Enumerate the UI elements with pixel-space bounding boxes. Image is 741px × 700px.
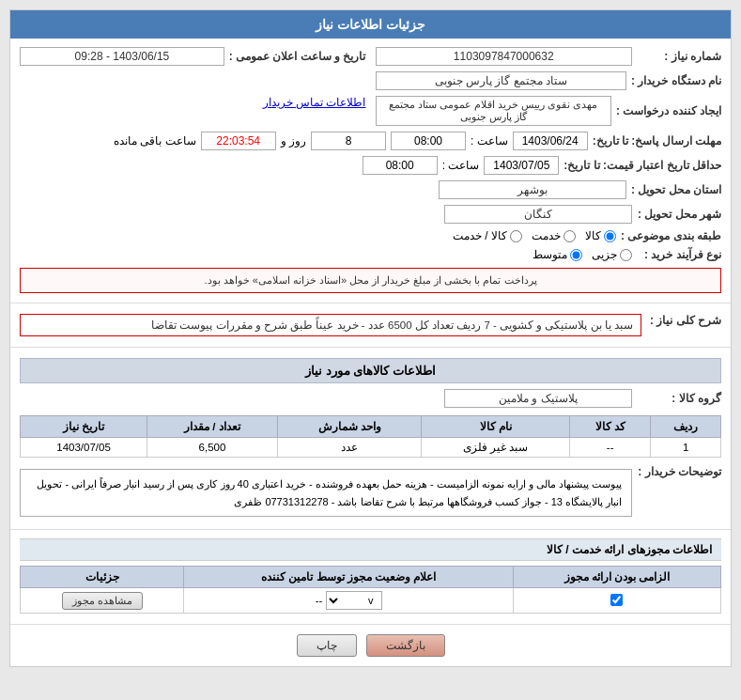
- mojez-table: الزامی بودن ارائه مجوز اعلام وضعیت مجوز …: [20, 566, 721, 614]
- main-container: جزئیات اطلاعات نیاز شماره نیاز : 1103097…: [9, 9, 732, 667]
- table-row: v -- مشاهده مجوز: [21, 588, 721, 614]
- nam-dastgah-row: نام دستگاه خریدار : ستاد مجتمع گاز پارس …: [376, 69, 722, 93]
- info-col-left: تاریخ و ساعت اعلان عمومی : 1403/06/15 - …: [20, 44, 366, 129]
- kala-section-title: اطلاعات کالاهای مورد نیاز: [20, 358, 721, 383]
- mohlet-roz-label: روز و: [281, 134, 306, 148]
- mojez-section: اطلاعات مجوزهای ارائه خدمت / کالا الزامی…: [10, 530, 731, 625]
- nam-dastgah-label: نام دستگاه خریدار :: [631, 74, 721, 87]
- shomara-value: 1103097847000632: [376, 47, 633, 66]
- tarikh-elan-label: تاریخ و ساعت اعلان عمومی :: [229, 50, 366, 63]
- mojez-col-details: جزئیات: [21, 567, 184, 588]
- serh-koli-label: شرح کلی نیاز :: [646, 314, 721, 327]
- shahr-value: کنگان: [444, 205, 632, 224]
- hadaghal-label: حداقل تاریخ اعتبار قیمت: تا تاریخ:: [563, 159, 721, 172]
- mojez-subtitle: اطلاعات مجوزهای ارائه خدمت / کالا: [20, 538, 721, 561]
- ijad-konande-value: مهدی نقوی رییس خرید اقلام عمومی ستاد مجت…: [376, 96, 612, 126]
- page-title: جزئیات اطلاعات نیاز: [10, 10, 731, 39]
- mohlet-saat: 08:00: [391, 132, 466, 150]
- basic-info-section: شماره نیاز : 1103097847000632 نام دستگاه…: [10, 39, 731, 303]
- tabaghe-option-khedmat: خدمت: [532, 229, 576, 242]
- noie-radio-motavaset[interactable]: [570, 249, 582, 261]
- noie-radio-jozii[interactable]: [620, 249, 632, 261]
- hadaghal-date: 1403/07/05: [484, 156, 559, 175]
- tabaghe-kala-khedmat-label: کالا / خدمت: [453, 229, 507, 242]
- tabaghe-radio-group: کالا خدمت کالا / خدمت: [453, 229, 616, 242]
- cell-tedad: 6,500: [147, 438, 278, 458]
- notes-row: توضیحات خریدار : پیوست پیشنهاد مالی و ار…: [20, 462, 721, 523]
- tarikh-elan-row: تاریخ و ساعت اعلان عمومی : 1403/06/15 - …: [20, 44, 366, 69]
- ijad-konande-link[interactable]: اطلاعات تماس خریدار: [263, 96, 366, 109]
- mojez-checkbox[interactable]: [610, 594, 623, 606]
- tarikh-elan-value: 1403/06/15 - 09:28: [20, 47, 224, 66]
- mojez-view-button[interactable]: مشاهده مجوز: [62, 592, 143, 610]
- shomara-row: شماره نیاز : 1103097847000632: [376, 44, 722, 69]
- mojez-details-cell: مشاهده مجوز: [21, 588, 184, 614]
- nam-dastgah-value: ستاد مجتمع گاز پارس جنوبی: [376, 71, 627, 90]
- noie-farayand-label: نوع فرآیند خرید :: [637, 248, 721, 261]
- cell-kod: --: [569, 438, 650, 458]
- shomara-label: شماره نیاز :: [637, 50, 721, 63]
- notes-label: توضیحات خریدار :: [637, 465, 721, 478]
- hadaghal-row: حداقل تاریخ اعتبار قیمت: تا تاریخ: 1403/…: [20, 153, 721, 178]
- shahr-row: شهر محل تحویل : کنگان: [20, 202, 721, 226]
- kala-table-section: ردیف کد کالا نام کالا واحد شمارش تعداد /…: [20, 415, 721, 458]
- col-radif: ردیف: [651, 416, 721, 438]
- group-kala-value: پلاستیک و ملامین: [444, 389, 632, 408]
- noie-option-jozii: جزیی: [592, 248, 632, 261]
- notes-value: پیوست پیشنهاد مالی و ارایه نمونه الزامیس…: [20, 469, 632, 517]
- tabaghe-option-kala-khedmat: کالا / خدمت: [453, 229, 522, 242]
- info-col-right: شماره نیاز : 1103097847000632 نام دستگاه…: [376, 44, 722, 129]
- col-tedad: تعداد / مقدار: [147, 416, 278, 438]
- mohlet-ersal-row: مهلت ارسال پاسخ: تا تاریخ: 1403/06/24 سا…: [20, 129, 721, 153]
- noie-radio-group: جزیی متوسط: [533, 248, 632, 261]
- kala-info-section: اطلاعات کالاهای مورد نیاز گروه کالا : پل…: [10, 348, 731, 530]
- ostan-value: بوشهر: [439, 180, 626, 199]
- mohlet-countdown: 22:03:54: [201, 132, 276, 150]
- mohlet-date: 1403/06/24: [513, 132, 588, 150]
- hadaghal-datetime: 1403/07/05 ساعت : 08:00: [363, 156, 560, 175]
- mojez-ealam-cell: v --: [184, 588, 513, 614]
- tabaghe-radio-khedmat[interactable]: [563, 230, 576, 242]
- col-kod: کد کالا: [569, 416, 650, 438]
- noie-option-motavaset: متوسط: [533, 248, 582, 261]
- cell-name: سبد غیر فلزی: [422, 438, 570, 458]
- serh-koli-row: شرح کلی نیاز : سبد یا بن پلاستیکی و کشوی…: [20, 309, 721, 341]
- empty-row: [20, 69, 366, 93]
- cell-vahed: عدد: [277, 438, 421, 458]
- noie-jozii-label: جزیی: [592, 248, 617, 261]
- footer-buttons: بازگشت چاپ: [10, 625, 731, 666]
- mojez-dash: --: [316, 595, 323, 606]
- tabaghe-label: طبقه بندی موضوعی :: [621, 229, 721, 242]
- table-row: 1 -- سبد غیر فلزی عدد 6,500 1403/07/05: [21, 438, 721, 458]
- mohlet-saat-label: ساعت :: [471, 134, 508, 148]
- col-name: نام کالا: [422, 416, 570, 438]
- tabaghe-radio-kala[interactable]: [604, 230, 616, 242]
- ijad-konande-row: ایجاد کننده درخواست : مهدی نقوی رییس خری…: [376, 93, 722, 129]
- kala-table: ردیف کد کالا نام کالا واحد شمارش تعداد /…: [20, 415, 721, 458]
- mojez-select[interactable]: v: [326, 591, 382, 610]
- mojez-col-elzami: الزامی بودن ارائه مجوز: [513, 567, 720, 588]
- mohlet-ersal-label: مهلت ارسال پاسخ: تا تاریخ:: [593, 134, 721, 148]
- mojez-table-section: الزامی بودن ارائه مجوز اعلام وضعیت مجوز …: [20, 566, 721, 614]
- ostan-row: استان محل تحویل : بوشهر: [20, 178, 721, 202]
- mohlet-roz: 8: [311, 132, 386, 150]
- tabaghe-khedmat-label: خدمت: [532, 229, 561, 242]
- cell-tarikh: 1403/07/05: [21, 438, 147, 458]
- noie-farayand-row: نوع فرآیند خرید : جزیی متوسط: [20, 245, 721, 264]
- ostan-label: استان محل تحویل :: [631, 183, 721, 196]
- cell-radif: 1: [651, 438, 721, 458]
- col-tarikh: تاریخ نیاز: [21, 416, 147, 438]
- print-button[interactable]: چاپ: [297, 634, 357, 657]
- mohlet-datetime: 1403/06/24 ساعت : 08:00 8 روز و 22:03:54…: [114, 132, 588, 150]
- mojez-elzami-cell: [513, 588, 720, 614]
- col-vahed: واحد شمارش: [277, 416, 421, 438]
- tabaghe-radio-kala-khedmat[interactable]: [510, 230, 522, 242]
- info-grid: شماره نیاز : 1103097847000632 نام دستگاه…: [20, 44, 721, 129]
- back-button[interactable]: بازگشت: [366, 634, 445, 657]
- tabaghe-row: طبقه بندی موضوعی : کالا خدمت کالا / خدمت: [20, 226, 721, 245]
- ijad-konande-label: ایجاد کننده درخواست :: [616, 104, 721, 117]
- serh-koli-section: شرح کلی نیاز : سبد یا بن پلاستیکی و کشوی…: [10, 303, 731, 348]
- shahr-label: شهر محل تحویل :: [637, 208, 721, 221]
- ijad-link-row: اطلاعات تماس خریدار: [20, 93, 366, 112]
- group-kala-row: گروه کالا : پلاستیک و ملامین: [20, 386, 721, 411]
